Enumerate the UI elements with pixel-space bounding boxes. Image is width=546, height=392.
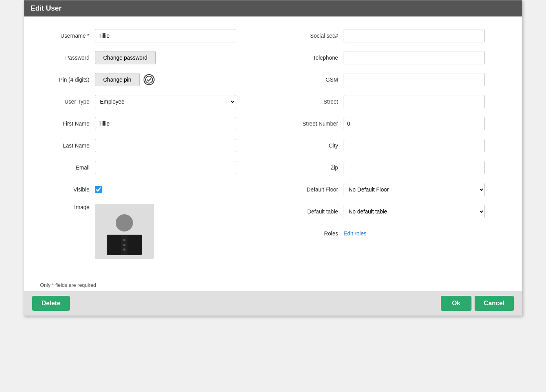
email-input[interactable] — [95, 161, 236, 174]
ok-button[interactable]: Ok — [441, 296, 471, 311]
default-floor-select[interactable]: No Default Floor — [344, 183, 485, 196]
username-label: Username * — [40, 33, 95, 39]
default-floor-label: Default Floor — [281, 186, 344, 193]
svg-point-1 — [116, 214, 133, 232]
checkmark-icon — [145, 76, 153, 84]
svg-point-5 — [123, 244, 126, 246]
visible-checkbox[interactable] — [95, 186, 102, 193]
default-table-select[interactable]: No default table — [344, 205, 485, 218]
gsm-label: GSM — [281, 77, 344, 83]
user-type-label: User Type — [40, 98, 95, 105]
username-row: Username * — [40, 28, 265, 43]
delete-button[interactable]: Delete — [32, 296, 70, 311]
left-column: Username * Password Change password Pin … — [40, 28, 265, 266]
last-name-label: Last Name — [40, 142, 95, 149]
default-floor-row: Default Floor No Default Floor — [281, 182, 506, 197]
city-input[interactable] — [344, 139, 485, 152]
street-number-label: Street Number — [281, 120, 344, 127]
zip-input[interactable] — [344, 161, 485, 174]
gsm-row: GSM — [281, 72, 506, 87]
right-column: Social sec# Telephone GSM Street Street … — [281, 28, 506, 266]
street-number-input[interactable] — [344, 117, 485, 130]
change-pin-button[interactable]: Change pin — [95, 73, 140, 86]
pin-check-icon — [144, 74, 155, 85]
cancel-button[interactable]: Cancel — [475, 296, 514, 311]
pin-controls: Change pin — [95, 73, 155, 86]
window-title: Edit User — [31, 4, 62, 12]
last-name-input[interactable] — [95, 139, 236, 152]
roles-row: Roles Edit roles — [281, 226, 506, 241]
zip-label: Zip — [281, 164, 344, 171]
user-image — [95, 204, 154, 259]
svg-point-0 — [146, 76, 153, 83]
first-name-row: First Name — [40, 116, 265, 131]
title-bar: Edit User — [24, 0, 522, 16]
right-buttons: Ok Cancel — [441, 296, 514, 311]
email-row: Email — [40, 160, 265, 175]
user-type-select[interactable]: Employee Manager Admin — [95, 95, 236, 108]
password-label: Password — [40, 55, 95, 61]
footer-buttons: Delete Ok Cancel — [24, 291, 522, 315]
zip-row: Zip — [281, 160, 506, 175]
pin-label: Pin (4 digits) — [40, 77, 95, 83]
svg-point-4 — [123, 239, 126, 241]
edit-roles-link[interactable]: Edit roles — [344, 230, 366, 237]
image-row: Image — [40, 204, 265, 259]
social-sec-input[interactable] — [344, 29, 485, 42]
visible-row: Visible — [40, 182, 265, 197]
street-input[interactable] — [344, 95, 485, 108]
street-label: Street — [281, 98, 344, 105]
telephone-row: Telephone — [281, 50, 506, 65]
password-row: Password Change password — [40, 50, 265, 65]
change-password-button[interactable]: Change password — [95, 51, 156, 64]
street-number-row: Street Number — [281, 116, 506, 131]
image-label: Image — [40, 204, 95, 210]
telephone-label: Telephone — [281, 55, 344, 61]
last-name-row: Last Name — [40, 138, 265, 153]
first-name-input[interactable] — [95, 117, 236, 130]
username-input[interactable] — [95, 29, 236, 42]
first-name-label: First Name — [40, 120, 95, 127]
user-type-row: User Type Employee Manager Admin — [40, 94, 265, 109]
city-row: City — [281, 138, 506, 153]
svg-point-6 — [123, 248, 126, 251]
avatar-icon — [101, 208, 148, 255]
form-body: Username * Password Change password Pin … — [24, 16, 522, 274]
default-table-row: Default table No default table — [281, 204, 506, 219]
visible-label: Visible — [40, 186, 95, 193]
social-sec-label: Social sec# — [281, 33, 344, 39]
social-sec-row: Social sec# — [281, 28, 506, 43]
telephone-input[interactable] — [344, 51, 485, 64]
roles-label: Roles — [281, 230, 344, 237]
pin-row: Pin (4 digits) Change pin — [40, 72, 265, 87]
edit-user-window: Edit User Username * Password Change pas… — [24, 0, 522, 316]
email-label: Email — [40, 164, 95, 171]
default-table-label: Default table — [281, 208, 344, 215]
street-row: Street — [281, 94, 506, 109]
gsm-input[interactable] — [344, 73, 485, 86]
city-label: City — [281, 142, 344, 149]
required-note: Only * fields are required — [24, 278, 522, 291]
